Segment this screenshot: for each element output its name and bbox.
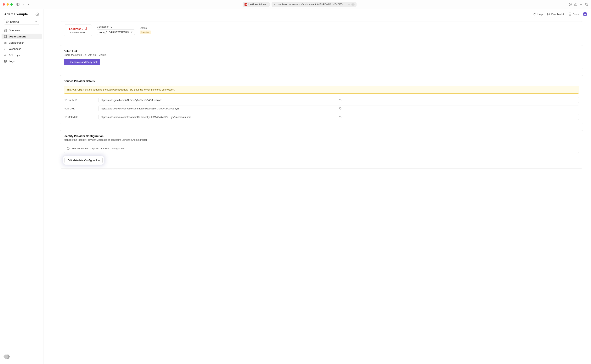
svg-rect-37 bbox=[340, 100, 341, 101]
environment-selector[interactable]: Staging bbox=[4, 19, 39, 25]
nav-label: Webhooks bbox=[9, 47, 21, 50]
provider-tile: LastPass LastPass SAML bbox=[64, 25, 92, 36]
docs-link[interactable]: Docs bbox=[568, 13, 579, 16]
topbar: Help Feedback? Docs A bbox=[43, 9, 591, 19]
field-label: ACS URL bbox=[64, 107, 95, 110]
connection-summary-card: LastPass LastPass SAML Connection ID con… bbox=[60, 21, 583, 39]
idp-config-card: Identity Provider Configuration Manage t… bbox=[60, 130, 583, 169]
nav-label: Overview bbox=[9, 29, 20, 32]
nav-label: Organizations bbox=[9, 35, 26, 38]
info-icon bbox=[67, 147, 70, 150]
sp-details-card: Service Provider Details The ACS URL mus… bbox=[60, 75, 583, 124]
connection-id-value[interactable]: conn_01GPPGTBZ2FEPG bbox=[97, 29, 135, 35]
svg-point-11 bbox=[37, 14, 38, 15]
browser-chrome: LastPass Admin... dashboard.workos.com/e… bbox=[0, 0, 591, 9]
close-window-button[interactable] bbox=[3, 3, 5, 6]
window-controls bbox=[3, 3, 13, 6]
card-description: Manage the Identity Provider Metadata or… bbox=[64, 138, 579, 141]
avatar-initial: A bbox=[584, 13, 586, 15]
nav-label: API Keys bbox=[9, 54, 20, 57]
download-icon[interactable] bbox=[569, 3, 572, 6]
nav-overview[interactable]: Overview bbox=[1, 27, 42, 33]
field-label: Status bbox=[140, 27, 151, 29]
button-label: Generate and Copy Link bbox=[70, 61, 98, 64]
svg-rect-12 bbox=[4, 29, 5, 30]
field-value: https://auth.gmail.com/kSRses2y5h3MvOA4A… bbox=[101, 99, 339, 102]
environment-label: Staging bbox=[10, 20, 19, 23]
connection-status-field: Status Inactive bbox=[140, 27, 151, 34]
nav-label: Logs bbox=[9, 60, 14, 63]
acs-url-row: ACS URL https://auth.workos.com/sso/saml… bbox=[64, 106, 579, 111]
new-tab-icon[interactable] bbox=[579, 3, 583, 6]
site-menu-icon[interactable]: ⋯ bbox=[351, 3, 355, 6]
svg-rect-4 bbox=[348, 4, 350, 5]
svg-point-31 bbox=[4, 60, 7, 61]
share-icon[interactable] bbox=[574, 3, 578, 6]
card-title: Service Provider Details bbox=[64, 79, 579, 83]
lastpass-favicon-icon bbox=[244, 3, 247, 6]
comment-icon bbox=[547, 13, 550, 16]
nav-logs[interactable]: Logs bbox=[1, 58, 42, 64]
sp-metadata-value[interactable]: https://auth.workos.com/sso/saml/kSRses2… bbox=[98, 114, 579, 120]
svg-rect-34 bbox=[131, 32, 133, 33]
nav-api-keys[interactable]: API Keys bbox=[1, 52, 42, 58]
back-icon[interactable] bbox=[27, 3, 31, 6]
grid-icon bbox=[4, 29, 7, 32]
acs-url-value[interactable]: https://auth.workos.com/sso/saml/acs/kSR… bbox=[98, 106, 579, 111]
provider-name: LastPass SAML bbox=[70, 31, 85, 33]
highlight-wrapper: Edit Metadata Configuration bbox=[64, 156, 103, 164]
link-label: Feedback? bbox=[551, 13, 564, 16]
field-value: conn_01GPPGTBZ2FEPG bbox=[99, 31, 129, 34]
chevron-down-icon[interactable] bbox=[22, 3, 25, 6]
tabs-icon[interactable] bbox=[585, 3, 588, 6]
nav-webhooks[interactable]: Webhooks bbox=[1, 46, 42, 52]
user-avatar[interactable]: A bbox=[583, 12, 587, 16]
settings-icon[interactable] bbox=[36, 13, 39, 16]
building-icon bbox=[4, 35, 7, 38]
field-label: Connection ID bbox=[97, 26, 135, 28]
sp-metadata-row: SP Metadata https://auth.workos.com/sso/… bbox=[64, 114, 579, 120]
link-label: Help bbox=[538, 13, 543, 16]
generate-link-button[interactable]: Generate and Copy Link bbox=[64, 59, 100, 65]
card-title: Setup Link bbox=[64, 50, 579, 53]
svg-line-30 bbox=[6, 54, 6, 55]
copy-icon[interactable] bbox=[131, 31, 133, 33]
maximize-window-button[interactable] bbox=[10, 3, 13, 6]
button-label: Edit Metadata Configuration bbox=[67, 159, 100, 162]
warning-alert: The ACS URL must be added to the LastPas… bbox=[64, 86, 579, 94]
copy-icon[interactable] bbox=[339, 107, 577, 110]
plus-icon bbox=[66, 61, 69, 63]
browser-tab[interactable]: LastPass Admin... bbox=[243, 2, 270, 7]
lastpass-logo-icon: LastPass bbox=[69, 27, 86, 31]
svg-rect-10 bbox=[586, 4, 588, 6]
help-link[interactable]: Help bbox=[533, 13, 543, 16]
cube-icon bbox=[6, 20, 9, 23]
nav-configuration[interactable]: Configuration bbox=[1, 40, 42, 46]
copy-icon[interactable] bbox=[339, 99, 577, 101]
svg-rect-38 bbox=[340, 108, 341, 109]
field-value: https://auth.workos.com/sso/saml/kSRses2… bbox=[101, 116, 339, 118]
chevron-down-icon bbox=[35, 20, 37, 23]
sidebar-toggle-icon[interactable] bbox=[16, 3, 20, 6]
svg-rect-39 bbox=[340, 117, 341, 118]
feedback-link[interactable]: Feedback? bbox=[547, 13, 564, 16]
book-icon bbox=[568, 13, 571, 16]
sidebar: Adam Example Staging Overview Organizati… bbox=[0, 9, 43, 364]
database-icon bbox=[4, 60, 7, 63]
lock-icon bbox=[348, 3, 350, 6]
sp-entity-id-value[interactable]: https://auth.gmail.com/kSRses2y5h3MvOA4A… bbox=[98, 97, 579, 103]
minimize-window-button[interactable] bbox=[7, 3, 9, 6]
info-alert: This connection requires metadata config… bbox=[64, 144, 579, 153]
svg-rect-0 bbox=[17, 3, 19, 6]
connection-id-field: Connection ID conn_01GPPGTBZ2FEPG bbox=[97, 26, 135, 35]
sp-entity-id-row: SP Entity ID https://auth.gmail.com/kSRs… bbox=[64, 97, 579, 103]
help-icon bbox=[533, 13, 536, 16]
nav-organizations[interactable]: Organizations bbox=[1, 33, 42, 39]
sliders-icon bbox=[4, 41, 7, 44]
nav-label: Configuration bbox=[9, 41, 24, 44]
address-bar[interactable]: dashboard.workos.com/environment_01FHPQX… bbox=[272, 2, 356, 7]
main-content: Help Feedback? Docs A bbox=[43, 9, 591, 364]
edit-metadata-button[interactable]: Edit Metadata Configuration bbox=[65, 157, 103, 163]
card-description: Share the Setup Link with an IT Admin. bbox=[64, 53, 579, 56]
copy-icon[interactable] bbox=[339, 116, 577, 118]
